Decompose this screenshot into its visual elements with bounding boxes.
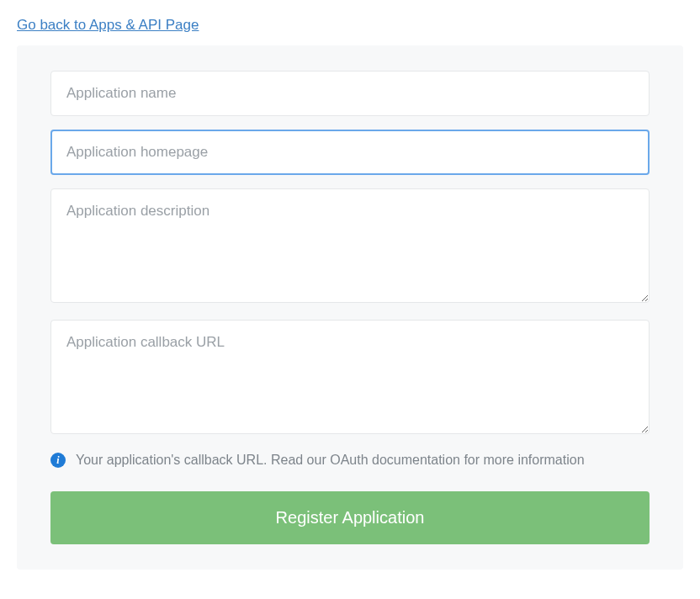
spacer: [50, 303, 650, 320]
info-text: Your application's callback URL. Read ou…: [76, 453, 585, 468]
application-name-field[interactable]: [50, 71, 650, 116]
application-callback-url-field[interactable]: [50, 320, 650, 434]
back-link[interactable]: Go back to Apps & API Page: [17, 17, 199, 34]
application-homepage-field[interactable]: [50, 130, 650, 175]
info-row: i Your application's callback URL. Read …: [50, 453, 650, 468]
spacer: [50, 175, 650, 188]
application-description-field[interactable]: [50, 188, 650, 303]
spacer: [50, 116, 650, 130]
form-panel: i Your application's callback URL. Read …: [17, 45, 683, 570]
info-icon: i: [50, 453, 66, 468]
register-application-button[interactable]: Register Application: [50, 491, 650, 544]
